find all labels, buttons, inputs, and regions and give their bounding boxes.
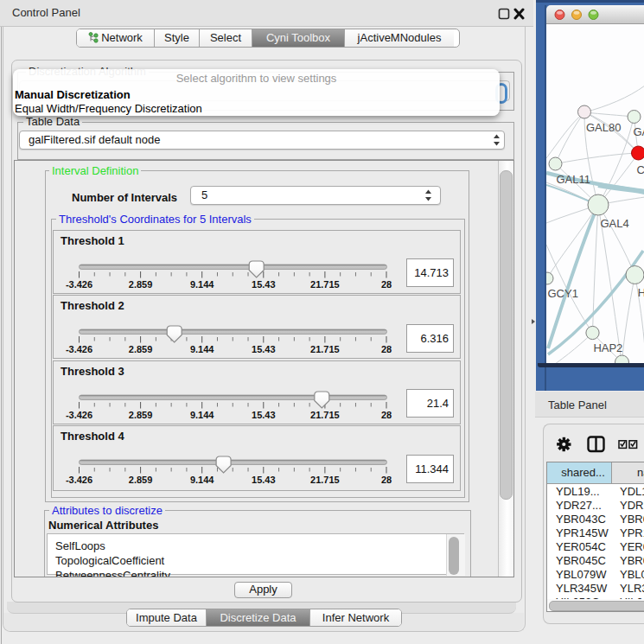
svg-text:28: 28	[381, 344, 392, 354]
svg-text:-3.426: -3.426	[66, 410, 92, 420]
svg-text:GAL80: GAL80	[586, 121, 621, 134]
svg-text:-3.426: -3.426	[66, 475, 92, 485]
svg-text:21.715: 21.715	[310, 344, 340, 354]
svg-text:GAL4: GAL4	[601, 217, 629, 230]
svg-text:28: 28	[381, 410, 392, 420]
svg-text:2.859: 2.859	[129, 344, 153, 354]
svg-text:9.144: 9.144	[190, 410, 214, 420]
svg-text:15.43: 15.43	[252, 279, 276, 290]
svg-text:15.43: 15.43	[252, 410, 276, 420]
svg-text:28: 28	[381, 279, 392, 290]
svg-text:9.144: 9.144	[190, 475, 214, 485]
svg-text:15.43: 15.43	[252, 344, 276, 354]
svg-text:GA: GA	[634, 125, 644, 138]
svg-text:HAP2: HAP2	[593, 341, 622, 354]
svg-text:-3.426: -3.426	[66, 279, 92, 290]
svg-text:GAL11: GAL11	[556, 173, 590, 186]
svg-text:28: 28	[381, 475, 392, 485]
svg-text:21.715: 21.715	[310, 279, 340, 290]
svg-text:9.144: 9.144	[190, 279, 214, 290]
svg-text:CH: CH	[637, 163, 644, 176]
svg-text:21.715: 21.715	[310, 410, 340, 420]
svg-text:2.859: 2.859	[129, 475, 153, 485]
svg-text:9.144: 9.144	[190, 344, 214, 354]
svg-text:HI: HI	[638, 286, 644, 299]
svg-text:2.859: 2.859	[129, 410, 153, 420]
svg-text:15.43: 15.43	[252, 475, 276, 485]
svg-text:GCY1: GCY1	[548, 287, 578, 300]
svg-text:2.859: 2.859	[129, 279, 153, 290]
svg-text:-3.426: -3.426	[66, 344, 92, 354]
svg-text:21.715: 21.715	[310, 475, 340, 485]
